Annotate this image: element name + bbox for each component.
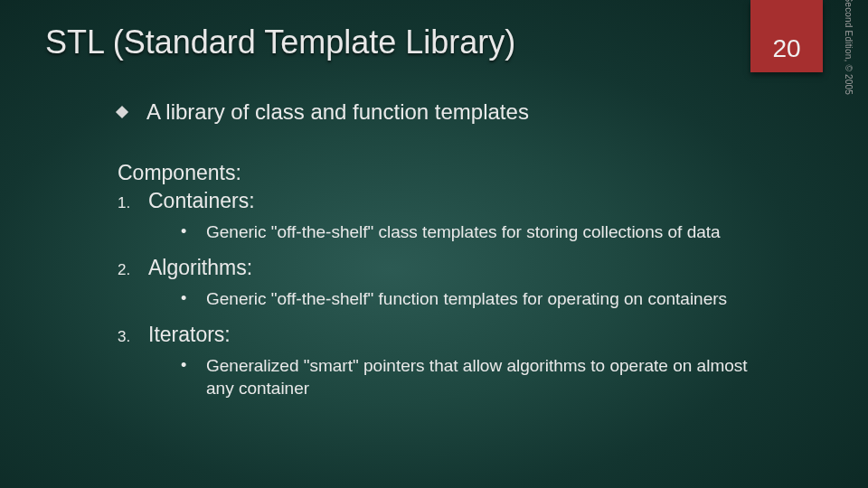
bullet-dot-icon: • — [181, 287, 206, 310]
component-1-desc: Generic "off-the-shelf" class templates … — [206, 221, 721, 243]
lead-bullet-row: A library of class and function template… — [118, 99, 750, 125]
component-2-row: 2. Algorithms: — [118, 256, 750, 280]
slide: STL (Standard Template Library) 20 A lib… — [0, 0, 868, 488]
component-3-desc-row: • Generalized "smart" pointers that allo… — [181, 354, 750, 399]
component-3-desc: Generalized "smart" pointers that allow … — [206, 354, 750, 399]
component-2-desc: Generic "off-the-shelf" function templat… — [206, 287, 727, 310]
slide-title: STL (Standard Template Library) — [45, 23, 741, 61]
components-heading: Components: — [118, 161, 750, 185]
component-3-number: 3. — [118, 328, 148, 346]
component-3-title: Iterators: — [148, 323, 231, 347]
component-3-row: 3. Iterators: — [118, 323, 750, 347]
component-1-row: 1. Containers: — [118, 189, 750, 213]
bullet-dot-icon: • — [181, 221, 206, 243]
copyright-sidebar: Nyhoff, ADTs, Data Structures and Proble… — [832, 0, 854, 98]
page-number-badge: 20 — [750, 0, 823, 72]
component-1-title: Containers: — [148, 189, 255, 213]
slide-body: A library of class and function template… — [118, 99, 750, 412]
component-2-number: 2. — [118, 261, 148, 279]
diamond-bullet-icon — [116, 106, 128, 118]
component-2-desc-row: • Generic "off-the-shelf" function templ… — [181, 287, 750, 310]
component-2-title: Algorithms: — [148, 256, 252, 280]
lead-bullet-text: A library of class and function template… — [146, 99, 529, 125]
bullet-dot-icon: • — [181, 354, 206, 399]
component-1-desc-row: • Generic "off-the-shelf" class template… — [181, 221, 750, 243]
component-1-number: 1. — [118, 194, 148, 212]
